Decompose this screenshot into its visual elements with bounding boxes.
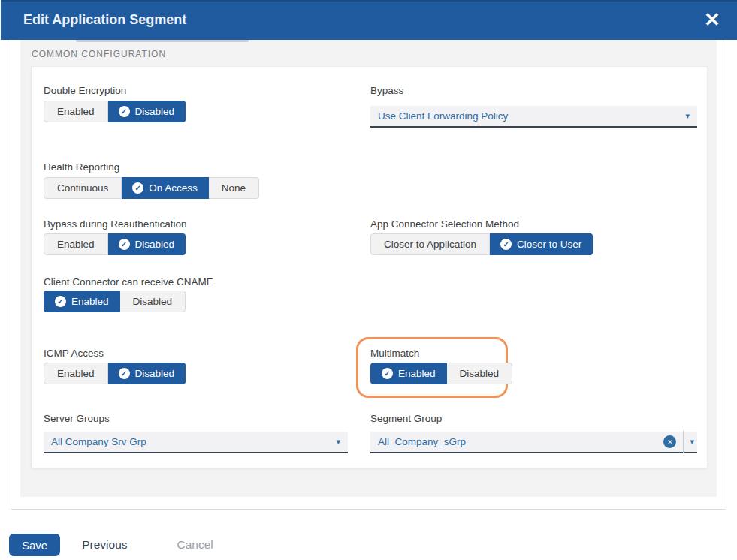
chevron-down-icon: ▾ (685, 111, 690, 121)
chevron-down-icon: ▾ (336, 437, 340, 447)
bypass-reauth-toggle: Enabled ✓Disabled (44, 233, 186, 255)
closer-to-application-button[interactable]: Closer to Application (370, 233, 490, 255)
health-reporting-continuous-button[interactable]: Continuous (44, 177, 122, 199)
toggle-label: Enabled (398, 368, 436, 379)
clear-icon[interactable]: ✕ (663, 435, 676, 448)
server-groups-select[interactable]: All Company Srv Grp ▾ (44, 432, 348, 453)
check-icon: ✓ (119, 368, 130, 379)
cname-toggle: ✓Enabled Disabled (44, 291, 186, 312)
toggle-label: Closer to User (517, 239, 581, 250)
server-groups-label: Server Groups (44, 413, 110, 424)
icmp-access-toggle: Enabled ✓Disabled (44, 363, 186, 384)
multimatch-disabled-button[interactable]: Disabled (447, 363, 513, 384)
check-icon: ✓ (119, 239, 130, 250)
toggle-label: Disabled (135, 368, 175, 379)
toggle-label: On Access (149, 182, 198, 194)
check-icon: ✓ (132, 182, 143, 194)
footer-actions: Save Previous Cancel (9, 534, 224, 556)
bypass-reauth-enabled-button[interactable]: Enabled (44, 233, 108, 255)
multimatch-toggle: ✓Enabled Disabled (370, 363, 512, 384)
toggle-label: Enabled (57, 239, 95, 250)
check-icon: ✓ (382, 368, 393, 379)
cancel-button[interactable]: Cancel (167, 534, 224, 556)
double-encryption-label: Double Encryption (44, 85, 126, 96)
toggle-label: Continuous (57, 182, 108, 194)
save-button[interactable]: Save (9, 534, 60, 556)
chevron-down-icon: ▾ (690, 437, 694, 447)
double-encryption-enabled-button[interactable]: Enabled (44, 101, 108, 122)
toggle-label: Enabled (57, 368, 95, 379)
bypass-label: Bypass (370, 85, 403, 96)
close-icon[interactable]: ✕ (697, 5, 727, 35)
bypass-select[interactable]: Use Client Forwarding Policy ▾ (370, 106, 697, 128)
check-icon: ✓ (119, 106, 130, 117)
icmp-enabled-button[interactable]: Enabled (44, 363, 108, 384)
edit-application-segment-modal: Edit Application Segment ✕ COMMON CONFIG… (11, 0, 726, 510)
double-encryption-toggle: Enabled ✓Disabled (44, 101, 186, 122)
toggle-label: Closer to Application (384, 239, 476, 250)
icmp-disabled-button[interactable]: ✓Disabled (108, 363, 186, 384)
toggle-label: None (222, 182, 246, 194)
scrolled-content-remnant (76, 40, 249, 42)
toggle-label: Enabled (71, 296, 109, 307)
previous-button[interactable]: Previous (71, 534, 137, 556)
segment-group-label: Segment Group (370, 413, 442, 424)
modal-body-panel: COMMON CONFIGURATION Double Encryption E… (20, 40, 717, 497)
double-encryption-disabled-button[interactable]: ✓Disabled (108, 101, 186, 122)
modal-header: Edit Application Segment ✕ (1, 0, 737, 40)
app-connector-selection-toggle: Closer to Application ✓Closer to User (370, 233, 593, 255)
multimatch-enabled-button[interactable]: ✓Enabled (370, 363, 447, 384)
toggle-label: Disabled (133, 296, 173, 307)
cname-label: Client Connector can receive CNAME (44, 276, 213, 288)
app-connector-selection-label: App Connector Selection Method (370, 218, 519, 230)
divider (683, 431, 684, 453)
server-groups-value: All Company Srv Grp (51, 436, 146, 447)
health-reporting-none-button[interactable]: None (209, 177, 259, 199)
check-icon: ✓ (55, 296, 66, 307)
icmp-access-label: ICMP Access (44, 348, 104, 359)
multimatch-label: Multimatch (370, 348, 419, 359)
health-reporting-toggle: Continuous ✓On Access None (44, 177, 259, 199)
toggle-label: Disabled (135, 106, 175, 117)
cname-disabled-button[interactable]: Disabled (120, 291, 186, 312)
segment-group-select[interactable]: All_Company_sGrp ✕ ▾ (370, 432, 697, 453)
health-reporting-on-access-button[interactable]: ✓On Access (122, 177, 209, 199)
modal-title: Edit Application Segment (1, 12, 186, 28)
check-icon: ✓ (500, 239, 512, 250)
toggle-label: Enabled (57, 106, 95, 117)
section-label: COMMON CONFIGURATION (32, 49, 166, 59)
toggle-label: Disabled (460, 368, 500, 379)
page: Edit Application Segment ✕ COMMON CONFIG… (0, 0, 737, 560)
segment-group-value: All_Company_sGrp (378, 436, 466, 447)
toggle-label: Disabled (135, 239, 175, 250)
common-configuration-card: Double Encryption Enabled ✓Disabled Bypa… (31, 66, 708, 468)
health-reporting-label: Health Reporting (44, 161, 119, 173)
bypass-reauth-label: Bypass during Reauthentication (44, 218, 187, 230)
cname-enabled-button[interactable]: ✓Enabled (44, 291, 120, 312)
bypass-reauth-disabled-button[interactable]: ✓Disabled (108, 233, 186, 255)
closer-to-user-button[interactable]: ✓Closer to User (490, 233, 593, 255)
bypass-value: Use Client Forwarding Policy (378, 110, 508, 122)
